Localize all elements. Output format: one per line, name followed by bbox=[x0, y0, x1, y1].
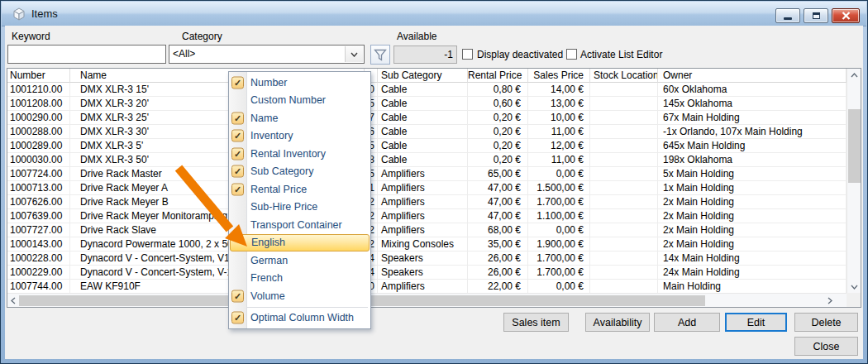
cell-sales_price: 1.500,00 € bbox=[528, 181, 590, 195]
table-row[interactable]: 1001208.00DMX XLR-3 20'5Cable0,60 €13,00… bbox=[7, 97, 847, 111]
menu-item-english[interactable]: English bbox=[230, 234, 370, 252]
menu-item-sub-category[interactable]: ✓Sub Category bbox=[229, 163, 370, 181]
table-row[interactable]: 1007744.00EAW KF910F0Amplifiers22,00 €0,… bbox=[7, 280, 847, 293]
menu-item-optimal-column-width[interactable]: ✓Optimal Column Width bbox=[229, 309, 370, 328]
menu-item-name[interactable]: ✓Name bbox=[229, 109, 370, 127]
menu-item-french[interactable]: French bbox=[229, 270, 370, 288]
cell-owner: Main Holding bbox=[658, 280, 847, 293]
column-header-number[interactable]: Number bbox=[7, 69, 70, 83]
menu-item-label: Custom Number bbox=[250, 94, 326, 106]
category-label: Category bbox=[182, 31, 222, 42]
titlebar[interactable]: Items bbox=[2, 2, 866, 26]
activate-list-editor-label[interactable]: Activate List Editor bbox=[580, 49, 662, 60]
column-header-sales_price[interactable]: Sales Price bbox=[528, 69, 590, 83]
table-row[interactable]: 1000228.00Dynacord V - Concert-System, V… bbox=[7, 251, 847, 266]
minimize-button[interactable] bbox=[775, 8, 800, 23]
menu-item-rental-inventory[interactable]: ✓Rental Inventory bbox=[229, 145, 370, 163]
chevron-down-icon[interactable] bbox=[345, 46, 363, 62]
menu-item-inventory[interactable]: ✓Inventory bbox=[229, 127, 370, 146]
filter-button[interactable] bbox=[370, 45, 390, 65]
cell-owner: 198x Oklahoma bbox=[658, 153, 847, 167]
menu-item-label: Number bbox=[250, 77, 287, 89]
delete-button[interactable]: Delete bbox=[794, 313, 858, 332]
cell-sub_category: Cable bbox=[378, 83, 468, 97]
close-button[interactable]: Close bbox=[794, 337, 858, 356]
table-row[interactable]: 1007639.00Drive Rack Meyer Monitoramping… bbox=[7, 209, 847, 223]
cell-sub_category: Mixing Consoles bbox=[378, 237, 468, 251]
cell-rental_price: 0,20 € bbox=[468, 111, 528, 125]
table-row[interactable]: 1000713.00Drive Rack Meyer A1Amplifiers4… bbox=[7, 181, 847, 195]
cell-owner: 2x Main Holding bbox=[658, 237, 847, 251]
display-deactivated-checkbox[interactable] bbox=[462, 49, 473, 60]
maximize-icon bbox=[813, 12, 820, 19]
close-window-button[interactable] bbox=[832, 8, 860, 23]
column-header-sub_category[interactable]: Sub Category bbox=[378, 69, 468, 83]
cell-number: 1007639.00 bbox=[7, 209, 70, 223]
cell-number: 1000713.00 bbox=[7, 181, 70, 195]
column-header-rental_price[interactable]: Rental Price bbox=[468, 69, 528, 83]
table-row[interactable]: 1000143.00Dynacord Powermate 1000, 2 x 5… bbox=[7, 237, 847, 251]
menu-item-custom-number[interactable]: Custom Number bbox=[229, 92, 370, 110]
scroll-right-icon[interactable] bbox=[824, 295, 836, 307]
sales-item-button[interactable]: Sales item bbox=[503, 313, 569, 332]
menu-item-sub-hire-price[interactable]: Sub-Hire Price bbox=[229, 199, 370, 217]
cell-number: 1000290.00 bbox=[7, 111, 70, 125]
category-select[interactable]: <All> bbox=[169, 45, 365, 64]
cell-number: 1000229.00 bbox=[7, 266, 70, 280]
vertical-scroll-thumb[interactable] bbox=[848, 109, 861, 183]
cell-owner: 2x Main Holding bbox=[658, 209, 847, 223]
cell-sub_category: Amplifiers bbox=[378, 195, 468, 209]
cell-stock_location bbox=[590, 97, 658, 111]
table-row[interactable]: 1007724.00Drive Rack Master5Amplifiers65… bbox=[7, 167, 847, 181]
display-deactivated-label[interactable]: Display deactivated bbox=[477, 49, 563, 60]
edit-button[interactable]: Edit bbox=[725, 313, 787, 332]
menu-item-label: Inventory bbox=[250, 130, 293, 141]
cell-number: 1000289.00 bbox=[7, 139, 70, 153]
cell-owner: 14x Main Holding bbox=[658, 251, 847, 266]
table-row[interactable]: 1000290.00DMX XLR-3 25'7Cable0,20 €10,00… bbox=[7, 111, 847, 125]
cell-rental_price: 35,00 € bbox=[468, 237, 528, 251]
menu-item-german[interactable]: German bbox=[229, 251, 370, 270]
maximize-button[interactable] bbox=[804, 8, 828, 23]
activate-list-editor-checkbox[interactable] bbox=[566, 49, 577, 60]
cell-sales_price: 11,00 € bbox=[528, 153, 590, 167]
cell-owner: 60x Oklahoma bbox=[658, 83, 847, 97]
scroll-down-icon[interactable] bbox=[847, 280, 861, 293]
cell-sub_category: Amplifiers bbox=[378, 209, 468, 223]
menu-item-label: Transport Container bbox=[250, 219, 342, 231]
cell-rental_price: 0,60 € bbox=[468, 97, 528, 111]
cell-sales_price: 0,00 € bbox=[528, 167, 590, 181]
table-row[interactable]: 1000229.00Dynacord V - Concert-System, V… bbox=[7, 266, 847, 280]
funnel-icon bbox=[374, 49, 387, 61]
menu-item-label: English bbox=[251, 237, 285, 248]
table-row[interactable]: 1007626.00Drive Rack Meyer B2Amplifiers4… bbox=[7, 195, 847, 209]
vertical-scrollbar[interactable] bbox=[847, 69, 861, 293]
table-row[interactable]: 1000030.00DMX XLR-3 50'8Cable0,20 €11,00… bbox=[7, 153, 847, 167]
scroll-left-icon[interactable] bbox=[7, 295, 19, 307]
cell-rental_price: 0,20 € bbox=[468, 125, 528, 139]
column-header-owner[interactable]: Owner bbox=[658, 69, 847, 83]
menu-item-transport-container[interactable]: Transport Container bbox=[229, 216, 370, 234]
column-header-stock_location[interactable]: Stock Location bbox=[590, 69, 658, 83]
keyword-input[interactable] bbox=[7, 45, 166, 64]
table-row[interactable]: 1000289.00DMX XLR-3 5'5Cable0,20 €12,00 … bbox=[7, 139, 847, 153]
table-row[interactable]: 1007727.00Drive Rack Slave2Amplifiers68,… bbox=[7, 223, 847, 237]
menu-item-number[interactable]: ✓Number bbox=[229, 74, 370, 92]
table-row[interactable]: 1001210.00DMX XLR-3 15'0Cable0,80 €14,00… bbox=[7, 83, 847, 97]
menu-item-label: Sub-Hire Price bbox=[250, 201, 317, 213]
horizontal-scrollbar[interactable] bbox=[7, 293, 847, 307]
add-button[interactable]: Add bbox=[654, 313, 720, 332]
cell-sales_price: 11,00 € bbox=[528, 125, 590, 139]
table-row[interactable]: 1000288.00DMX XLR-3 30'6Cable0,20 €11,00… bbox=[7, 125, 847, 139]
keyword-label: Keyword bbox=[12, 31, 50, 42]
cell-stock_location bbox=[590, 83, 658, 97]
checkmark-icon: ✓ bbox=[231, 76, 244, 89]
cell-rental_price: 26,00 € bbox=[468, 266, 528, 280]
cell-stock_location bbox=[590, 266, 658, 280]
cell-rental_price: 0,20 € bbox=[468, 139, 528, 153]
availability-button[interactable]: Availability bbox=[585, 313, 650, 332]
close-icon bbox=[842, 12, 851, 20]
scroll-up-icon[interactable] bbox=[847, 69, 861, 81]
menu-item-rental-price[interactable]: ✓Rental Price bbox=[229, 180, 370, 199]
menu-item-volume[interactable]: ✓Volume bbox=[229, 287, 370, 305]
